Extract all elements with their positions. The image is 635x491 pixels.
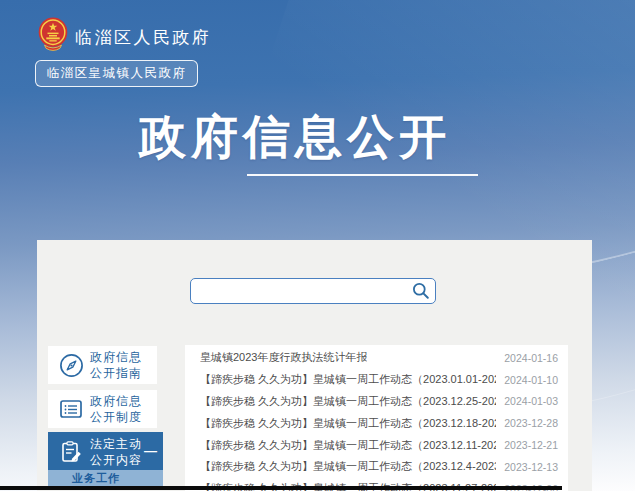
sidebar-item-label: 法定主动 公开内容 — [90, 436, 142, 469]
sidebar-item-system[interactable]: 政府信息 公开制度 — [48, 390, 157, 428]
article-row: 【蹄疾步稳 久久为功】皇城镇一周工作动态（2023.12.18-2023.12.… — [185, 412, 568, 434]
article-date: 2024-01-16 — [504, 352, 558, 364]
article-row: 皇城镇2023年度行政执法统计年报 2024-01-16 — [185, 347, 568, 369]
page-title: 政府信息公开 — [139, 106, 451, 169]
article-list: 皇城镇2023年度行政执法统计年报 2024-01-16 【蹄疾步稳 久久为功】… — [185, 345, 568, 491]
sidebar-item-label: 政府信息 公开制度 — [90, 393, 142, 426]
compass-icon — [58, 353, 84, 378]
article-title[interactable]: 【蹄疾步稳 久久为功】皇城镇一周工作动态（2023.01.01-2023.01.… — [200, 372, 496, 387]
article-title[interactable]: 【蹄疾步稳 久久为功】皇城镇一周工作动态（2023.12.25-2023.12.… — [200, 394, 496, 409]
article-date: 2023-12-13 — [504, 461, 558, 473]
article-row: 【蹄疾步稳 久久为功】皇城镇一周工作动态（2023.12.25-2023.12.… — [185, 391, 568, 413]
sidebar-item-guide[interactable]: 政府信息 公开指南 — [48, 346, 157, 384]
site-title[interactable]: 临淄区人民政府 — [75, 26, 212, 49]
article-title[interactable]: 【蹄疾步稳 久久为功】皇城镇一周工作动态（2023.12.11-2023.12.… — [200, 438, 496, 453]
article-date: 2023-12-28 — [504, 417, 558, 429]
national-emblem-icon — [38, 17, 68, 51]
article-title[interactable]: 【蹄疾步稳 久久为功】皇城镇一周工作动态（2023.12.4-2023.12.1… — [200, 459, 496, 474]
article-title[interactable]: 皇城镇2023年度行政执法统计年报 — [200, 350, 367, 365]
collapse-indicator[interactable]: — — [144, 443, 157, 458]
search-input[interactable] — [195, 280, 409, 304]
bottom-edge-bar — [0, 486, 562, 490]
title-underline — [247, 174, 478, 176]
sidebar-item-label: 政府信息 公开指南 — [90, 349, 142, 382]
article-date: 2024-01-03 — [504, 395, 558, 407]
page: 临淄区人民政府 临淄区皇城镇人民政府 政府信息公开 — [0, 0, 635, 491]
document-icon — [58, 398, 84, 420]
article-row: 【蹄疾步稳 久久为功】皇城镇一周工作动态（2023.12.4-2023.12.1… — [185, 456, 568, 478]
sidebar-item-statutory-disclosure[interactable]: 法定主动 公开内容 — — [48, 432, 163, 472]
sidebar-subitem-business-work[interactable]: 业务工作 — [48, 470, 163, 486]
article-title[interactable]: 【蹄疾步稳 久久为功】皇城镇一周工作动态（2023.12.18-2023.12.… — [200, 416, 496, 431]
town-site-button-label: 临淄区皇城镇人民政府 — [47, 65, 187, 82]
article-date: 2024-01-10 — [504, 374, 558, 386]
article-date: 2023-12-21 — [504, 439, 558, 451]
article-row: 【蹄疾步稳 久久为功】皇城镇一周工作动态（2023.01.01-2023.01.… — [185, 369, 568, 391]
clipboard-pen-icon — [58, 440, 84, 464]
article-row: 【蹄疾步稳 久久为功】皇城镇一周工作动态（2023.12.11-2023.12.… — [185, 434, 568, 456]
search-icon[interactable] — [412, 282, 430, 300]
search-bar[interactable] — [190, 278, 436, 304]
town-site-button[interactable]: 临淄区皇城镇人民政府 — [35, 60, 198, 87]
